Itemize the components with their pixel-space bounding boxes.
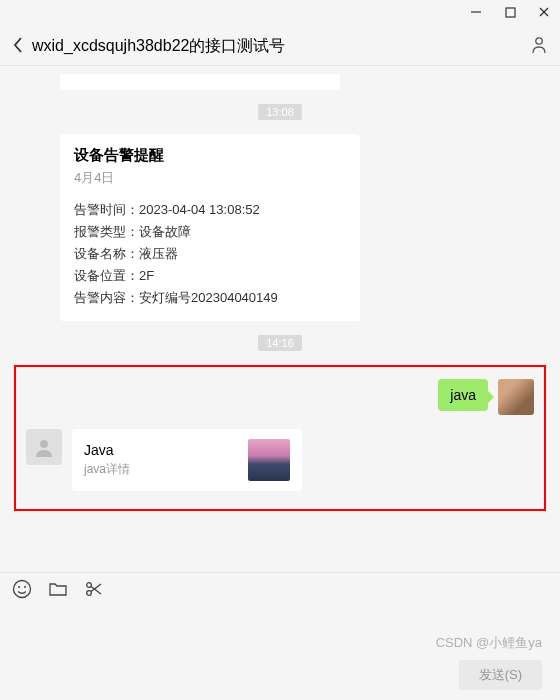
close-button[interactable] — [536, 4, 552, 20]
link-card-title: Java — [84, 442, 130, 458]
svg-point-9 — [87, 590, 92, 595]
alert-row: 告警时间：2023-04-04 13:08:52 — [74, 199, 346, 221]
send-button[interactable]: 发送(S) — [459, 660, 542, 690]
svg-point-7 — [18, 586, 20, 588]
scissors-icon[interactable] — [84, 579, 104, 603]
watermark-text: CSDN @小鲤鱼ya — [436, 634, 542, 652]
svg-point-5 — [40, 440, 48, 448]
bot-avatar[interactable] — [26, 429, 62, 465]
svg-point-4 — [536, 37, 542, 43]
svg-point-10 — [87, 582, 92, 587]
user-avatar[interactable] — [498, 379, 534, 415]
alert-date: 4月4日 — [74, 169, 346, 187]
svg-point-8 — [24, 586, 26, 588]
message-card-partial — [60, 74, 340, 90]
incoming-message: Java java详情 — [16, 429, 544, 491]
timestamp-badge: 14:16 — [258, 335, 302, 351]
minimize-button[interactable] — [468, 4, 484, 20]
outgoing-message: java — [16, 379, 544, 429]
message-input-area[interactable]: CSDN @小鲤鱼ya 发送(S) — [0, 608, 560, 700]
alert-card-message[interactable]: 设备告警提醒 4月4日 告警时间：2023-04-04 13:08:52 报警类… — [60, 134, 360, 321]
link-card-subtitle: java详情 — [84, 461, 130, 478]
chat-title: wxid_xcdsqujh38db22的接口测试号 — [32, 36, 522, 57]
alert-row: 设备位置：2F — [74, 265, 346, 287]
alert-row: 告警内容：安灯编号202304040149 — [74, 287, 346, 309]
svg-point-6 — [14, 580, 31, 597]
folder-icon[interactable] — [48, 580, 68, 602]
chat-header: wxid_xcdsqujh38db22的接口测试号 — [0, 28, 560, 66]
chat-messages-area[interactable]: 13:08 设备告警提醒 4月4日 告警时间：2023-04-04 13:08:… — [0, 66, 560, 572]
maximize-button[interactable] — [502, 4, 518, 20]
window-titlebar — [0, 0, 560, 28]
alert-title: 设备告警提醒 — [74, 146, 346, 165]
link-card-thumbnail — [248, 439, 290, 481]
svg-rect-1 — [506, 8, 515, 17]
alert-row: 设备名称：液压器 — [74, 243, 346, 265]
highlight-annotation: java Java java详情 — [14, 365, 546, 511]
alert-row: 报警类型：设备故障 — [74, 221, 346, 243]
timestamp-badge: 13:08 — [258, 104, 302, 120]
link-card-message[interactable]: Java java详情 — [72, 429, 302, 491]
input-toolbar — [0, 572, 560, 608]
emoji-icon[interactable] — [12, 579, 32, 603]
message-bubble[interactable]: java — [438, 379, 488, 411]
back-icon[interactable] — [12, 36, 24, 58]
contact-info-icon[interactable] — [530, 35, 548, 59]
